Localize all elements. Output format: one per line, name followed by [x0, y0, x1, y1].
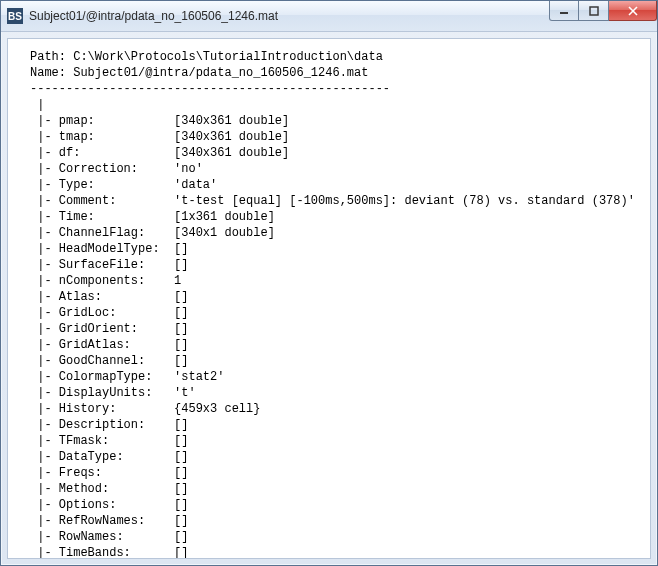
field-name: |- ChannelFlag: [30, 226, 174, 240]
close-icon [627, 6, 639, 16]
field-name: |- DataType: [30, 450, 174, 464]
field-name: |- TimeBands: [30, 546, 174, 559]
field-row: |- TFmask: [] [30, 434, 188, 448]
field-row: |- Freqs: [] [30, 466, 188, 480]
field-name: |- RefRowNames: [30, 514, 174, 528]
field-value: 'data' [174, 178, 217, 192]
field-row: |- RefRowNames: [] [30, 514, 188, 528]
field-name: |- SurfaceFile: [30, 258, 174, 272]
tree-root: | [37, 98, 44, 112]
field-value: [340x1 double] [174, 226, 275, 240]
field-value: {459x3 cell} [174, 402, 260, 416]
field-name: |- nComponents: [30, 274, 174, 288]
field-row: |- Options: [] [30, 498, 188, 512]
field-row: |- Type: 'data' [30, 178, 217, 192]
maximize-button[interactable] [579, 1, 609, 21]
field-row: |- GoodChannel: [] [30, 354, 188, 368]
field-value: [] [174, 258, 188, 272]
field-row: |- ColormapType: 'stat2' [30, 370, 224, 384]
close-button[interactable] [609, 1, 657, 21]
app-icon-label: BS [8, 11, 22, 22]
separator-line: ----------------------------------------… [30, 82, 390, 96]
field-value: [340x361 double] [174, 114, 289, 128]
field-row: |- History: {459x3 cell} [30, 402, 260, 416]
client-area[interactable]: Path: C:\Work\Protocols\TutorialIntroduc… [7, 38, 651, 559]
field-name: |- Atlas: [30, 290, 174, 304]
field-row: |- DisplayUnits: 't' [30, 386, 196, 400]
field-value: 1 [174, 274, 181, 288]
field-name: |- GridOrient: [30, 322, 174, 336]
field-name: |- Options: [30, 498, 174, 512]
field-value: [] [174, 306, 188, 320]
field-row: |- Atlas: [] [30, 290, 188, 304]
field-name: |- History: [30, 402, 174, 416]
name-label: Name: [30, 66, 66, 80]
field-row: |- pmap: [340x361 double] [30, 114, 289, 128]
field-row: |- Correction: 'no' [30, 162, 203, 176]
field-name: |- Freqs: [30, 466, 174, 480]
field-name: |- Comment: [30, 194, 174, 208]
field-value: [] [174, 482, 188, 496]
field-name: |- Method: [30, 482, 174, 496]
field-value: [340x361 double] [174, 146, 289, 160]
field-value: [] [174, 290, 188, 304]
window-title: Subject01/@intra/pdata_no_160506_1246.ma… [29, 9, 549, 23]
name-value: Subject01/@intra/pdata_no_160506_1246.ma… [73, 66, 368, 80]
field-value: [1x361 double] [174, 210, 275, 224]
window-controls [549, 1, 657, 21]
svg-rect-1 [560, 12, 568, 14]
field-row: |- ChannelFlag: [340x1 double] [30, 226, 275, 240]
path-value: C:\Work\Protocols\TutorialIntroduction\d… [73, 50, 383, 64]
field-name: |- TFmask: [30, 434, 174, 448]
titlebar[interactable]: BS Subject01/@intra/pdata_no_160506_1246… [1, 1, 657, 32]
field-value: [] [174, 418, 188, 432]
path-label: Path: [30, 50, 66, 64]
field-name: |- HeadModelType: [30, 242, 174, 256]
field-value: 't-test [equal] [-100ms,500ms]: deviant … [174, 194, 635, 208]
field-value: 'stat2' [174, 370, 224, 384]
field-row: |- SurfaceFile: [] [30, 258, 188, 272]
field-value: [] [174, 546, 188, 559]
app-icon: BS [7, 8, 23, 24]
field-row: |- Description: [] [30, 418, 188, 432]
field-row: |- HeadModelType: [] [30, 242, 188, 256]
field-row: |- GridLoc: [] [30, 306, 188, 320]
field-name: |- Time: [30, 210, 174, 224]
field-name: |- RowNames: [30, 530, 174, 544]
field-name: |- tmap: [30, 130, 174, 144]
field-name: |- DisplayUnits: [30, 386, 174, 400]
field-row: |- df: [340x361 double] [30, 146, 289, 160]
field-name: |- GridAtlas: [30, 338, 174, 352]
field-row: |- TimeBands: [] [30, 546, 188, 559]
minimize-icon [559, 6, 569, 16]
field-value: [] [174, 434, 188, 448]
field-name: |- GoodChannel: [30, 354, 174, 368]
field-value: [] [174, 498, 188, 512]
field-value: [] [174, 466, 188, 480]
field-value: [340x361 double] [174, 130, 289, 144]
field-value: 't' [174, 386, 196, 400]
field-value: [] [174, 450, 188, 464]
struct-viewer: Path: C:\Work\Protocols\TutorialIntroduc… [8, 39, 650, 559]
maximize-icon [589, 6, 599, 16]
field-name: |- df: [30, 146, 174, 160]
field-row: |- nComponents: 1 [30, 274, 181, 288]
field-value: [] [174, 530, 188, 544]
field-row: |- GridOrient: [] [30, 322, 188, 336]
field-value: [] [174, 322, 188, 336]
minimize-button[interactable] [549, 1, 579, 21]
field-name: |- GridLoc: [30, 306, 174, 320]
field-row: |- DataType: [] [30, 450, 188, 464]
field-name: |- Correction: [30, 162, 174, 176]
field-name: |- ColormapType: [30, 370, 174, 384]
field-row: |- Time: [1x361 double] [30, 210, 275, 224]
field-row: |- GridAtlas: [] [30, 338, 188, 352]
field-name: |- Description: [30, 418, 174, 432]
field-row: |- Method: [] [30, 482, 188, 496]
field-value: 'no' [174, 162, 203, 176]
field-value: [] [174, 242, 188, 256]
app-window: BS Subject01/@intra/pdata_no_160506_1246… [0, 0, 658, 566]
field-row: |- tmap: [340x361 double] [30, 130, 289, 144]
field-name: |- pmap: [30, 114, 174, 128]
svg-rect-2 [590, 7, 598, 15]
